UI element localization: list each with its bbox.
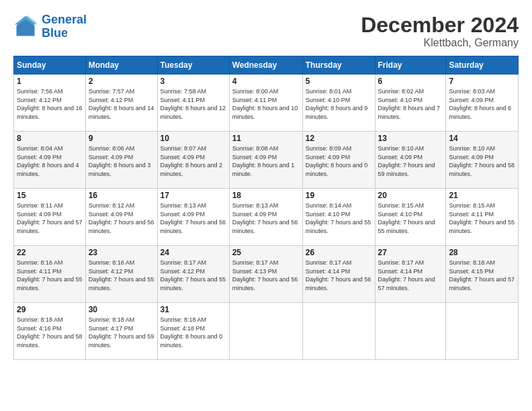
daylight-label: Daylight: 8 hours and 3 minutes.	[89, 162, 151, 177]
day-cell-19: 19 Sunrise: 8:14 AM Sunset: 4:10 PM Dayl…	[302, 189, 375, 246]
day-cell-15: 15 Sunrise: 8:11 AM Sunset: 4:09 PM Dayl…	[14, 189, 86, 246]
day-cell-14: 14 Sunrise: 8:10 AM Sunset: 4:09 PM Dayl…	[446, 132, 519, 189]
sunset-label: Sunset: 4:09 PM	[232, 211, 277, 218]
daylight-label: Daylight: 7 hours and 57 minutes.	[378, 276, 435, 291]
sunset-label: Sunset: 4:09 PM	[449, 154, 494, 161]
day-info: Sunrise: 8:10 AM Sunset: 4:09 PM Dayligh…	[449, 144, 515, 178]
daylight-label: Daylight: 7 hours and 59 minutes.	[89, 333, 154, 349]
day-info: Sunrise: 7:56 AM Sunset: 4:12 PM Dayligh…	[17, 87, 83, 121]
day-cell-11: 11 Sunrise: 8:08 AM Sunset: 4:09 PM Dayl…	[229, 132, 302, 189]
sunrise-label: Sunrise: 8:17 AM	[378, 259, 425, 266]
daylight-label: Daylight: 8 hours and 2 minutes.	[161, 162, 223, 177]
day-number: 24	[161, 248, 226, 257]
sunset-label: Sunset: 4:12 PM	[161, 268, 206, 275]
sunrise-label: Sunrise: 8:13 AM	[232, 202, 279, 209]
daylight-label: Daylight: 7 hours and 55 minutes.	[449, 219, 515, 234]
day-cell-29: 29 Sunrise: 8:18 AM Sunset: 4:16 PM Dayl…	[14, 303, 86, 360]
day-cell-8: 8 Sunrise: 8:04 AM Sunset: 4:09 PM Dayli…	[14, 132, 86, 189]
logo-icon	[13, 15, 38, 39]
empty-cell	[446, 303, 519, 360]
logo-line1: General	[42, 13, 87, 26]
day-cell-18: 18 Sunrise: 8:13 AM Sunset: 4:09 PM Dayl…	[229, 189, 302, 246]
day-number: 12	[306, 134, 372, 143]
sunset-label: Sunset: 4:14 PM	[306, 268, 351, 275]
week-row-5: 29 Sunrise: 8:18 AM Sunset: 4:16 PM Dayl…	[14, 303, 519, 360]
sunset-label: Sunset: 4:10 PM	[306, 97, 351, 103]
day-info: Sunrise: 8:13 AM Sunset: 4:09 PM Dayligh…	[232, 201, 300, 235]
sunrise-label: Sunrise: 8:15 AM	[378, 202, 425, 209]
day-cell-1: 1 Sunrise: 7:56 AM Sunset: 4:12 PM Dayli…	[14, 75, 86, 132]
day-info: Sunrise: 8:03 AM Sunset: 4:09 PM Dayligh…	[449, 87, 515, 121]
sunrise-label: Sunrise: 8:07 AM	[161, 145, 207, 152]
day-number: 29	[17, 305, 83, 314]
day-info: Sunrise: 8:08 AM Sunset: 4:09 PM Dayligh…	[232, 144, 300, 178]
sunset-label: Sunset: 4:11 PM	[449, 211, 494, 218]
sunrise-label: Sunrise: 8:06 AM	[89, 145, 135, 152]
day-info: Sunrise: 8:11 AM Sunset: 4:09 PM Dayligh…	[17, 201, 83, 235]
day-cell-20: 20 Sunrise: 8:15 AM Sunset: 4:10 PM Dayl…	[375, 189, 446, 246]
day-info: Sunrise: 8:07 AM Sunset: 4:09 PM Dayligh…	[161, 144, 226, 178]
empty-cell	[229, 303, 302, 360]
sunrise-label: Sunrise: 8:11 AM	[17, 202, 63, 209]
sunset-label: Sunset: 4:09 PM	[17, 211, 62, 218]
sunrise-label: Sunrise: 8:16 AM	[17, 259, 63, 266]
day-info: Sunrise: 8:10 AM Sunset: 4:09 PM Dayligh…	[378, 144, 443, 178]
day-info: Sunrise: 8:17 AM Sunset: 4:12 PM Dayligh…	[161, 259, 226, 292]
day-info: Sunrise: 8:15 AM Sunset: 4:10 PM Dayligh…	[378, 201, 443, 235]
sunrise-label: Sunrise: 8:16 AM	[89, 259, 135, 266]
day-number: 27	[378, 248, 443, 257]
daylight-label: Daylight: 7 hours and 57 minutes.	[449, 276, 515, 291]
daylight-label: Daylight: 8 hours and 1 minute.	[232, 162, 295, 177]
day-cell-5: 5 Sunrise: 8:01 AM Sunset: 4:10 PM Dayli…	[302, 75, 375, 132]
daylight-label: Daylight: 8 hours and 4 minutes.	[17, 162, 79, 177]
daylight-label: Daylight: 8 hours and 12 minutes.	[161, 105, 226, 120]
header: General Blue December 2024 Klettbach, Ge…	[13, 13, 519, 49]
day-number: 30	[89, 305, 154, 314]
day-number: 28	[449, 248, 515, 257]
day-number: 21	[449, 191, 515, 200]
calendar-header: Sunday Monday Tuesday Wednesday Thursday…	[14, 56, 519, 75]
day-number: 8	[17, 134, 83, 143]
sunrise-label: Sunrise: 8:00 AM	[232, 88, 279, 95]
day-info: Sunrise: 8:16 AM Sunset: 4:11 PM Dayligh…	[17, 259, 83, 292]
day-number: 9	[89, 134, 154, 143]
day-info: Sunrise: 8:00 AM Sunset: 4:11 PM Dayligh…	[232, 87, 300, 121]
day-number: 26	[306, 248, 372, 257]
col-tuesday: Tuesday	[157, 56, 229, 75]
day-cell-22: 22 Sunrise: 8:16 AM Sunset: 4:11 PM Dayl…	[14, 246, 86, 303]
day-info: Sunrise: 8:16 AM Sunset: 4:12 PM Dayligh…	[89, 259, 154, 292]
sunrise-label: Sunrise: 8:14 AM	[306, 202, 352, 209]
empty-cell	[302, 303, 375, 360]
sunset-label: Sunset: 4:09 PM	[161, 211, 206, 218]
daylight-label: Daylight: 8 hours and 14 minutes.	[89, 105, 154, 120]
day-number: 16	[89, 191, 154, 200]
day-number: 1	[17, 77, 83, 86]
sunset-label: Sunset: 4:09 PM	[232, 154, 277, 161]
sunrise-label: Sunrise: 8:13 AM	[161, 202, 207, 209]
day-cell-17: 17 Sunrise: 8:13 AM Sunset: 4:09 PM Dayl…	[157, 189, 229, 246]
daylight-label: Daylight: 7 hours and 55 minutes.	[17, 276, 83, 291]
sunrise-label: Sunrise: 8:12 AM	[89, 202, 135, 209]
sunset-label: Sunset: 4:17 PM	[89, 325, 134, 332]
sunset-label: Sunset: 4:09 PM	[306, 154, 351, 161]
logo-line2: Blue	[42, 26, 68, 40]
sunrise-label: Sunrise: 8:10 AM	[378, 145, 425, 152]
sunrise-label: Sunrise: 7:57 AM	[89, 88, 135, 95]
day-info: Sunrise: 8:15 AM Sunset: 4:11 PM Dayligh…	[449, 201, 515, 235]
day-info: Sunrise: 7:58 AM Sunset: 4:11 PM Dayligh…	[161, 87, 226, 121]
sunset-label: Sunset: 4:09 PM	[449, 97, 494, 103]
header-row: Sunday Monday Tuesday Wednesday Thursday…	[14, 56, 519, 75]
sunset-label: Sunset: 4:09 PM	[17, 154, 62, 161]
sunrise-label: Sunrise: 8:17 AM	[306, 259, 352, 266]
day-info: Sunrise: 8:18 AM Sunset: 4:17 PM Dayligh…	[89, 316, 154, 349]
subtitle: Klettbach, Germany	[361, 37, 519, 49]
sunrise-label: Sunrise: 8:18 AM	[89, 316, 135, 323]
sunset-label: Sunset: 4:09 PM	[89, 211, 134, 218]
day-number: 18	[232, 191, 300, 200]
daylight-label: Daylight: 7 hours and 55 minutes.	[306, 219, 371, 234]
sunrise-label: Sunrise: 8:15 AM	[449, 202, 495, 209]
daylight-label: Daylight: 7 hours and 59 minutes.	[378, 162, 435, 177]
day-info: Sunrise: 8:17 AM Sunset: 4:14 PM Dayligh…	[306, 259, 372, 292]
day-cell-12: 12 Sunrise: 8:09 AM Sunset: 4:09 PM Dayl…	[302, 132, 375, 189]
day-cell-3: 3 Sunrise: 7:58 AM Sunset: 4:11 PM Dayli…	[157, 75, 229, 132]
